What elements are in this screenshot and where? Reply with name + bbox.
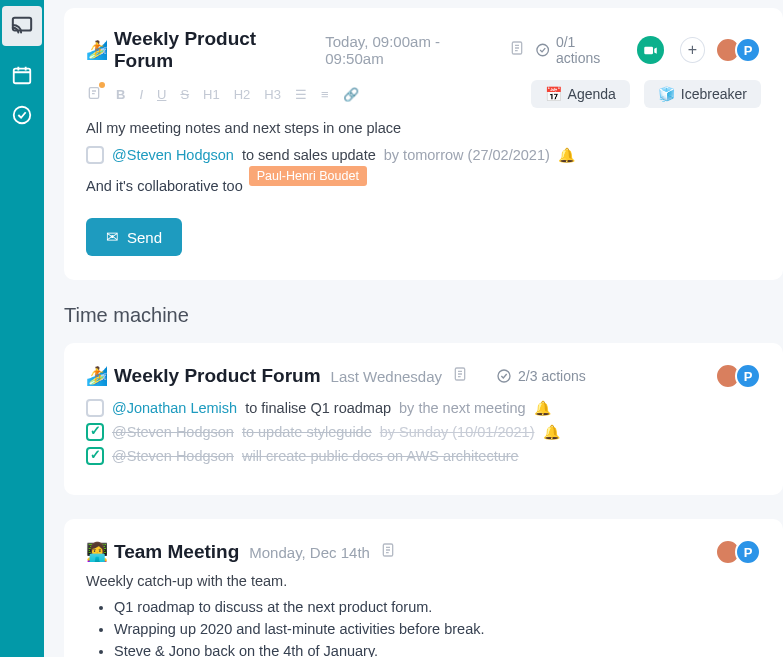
task-row: @Steven Hodgson to update styleguide by … [86,423,761,441]
h1-button[interactable]: H1 [203,87,220,102]
sidebar [0,0,44,657]
task-text: to update styleguide [242,424,372,440]
task-text: to send sales update [242,147,376,163]
actions-count[interactable]: 2/3 actions [496,368,586,384]
list-item: Wrapping up 2020 and last-minute activit… [114,621,761,637]
meeting-bullets: Q1 roadmap to discuss at the next produc… [86,599,761,657]
past-meeting-card: 🏄 Weekly Product Forum Last Wednesday 2/… [64,343,783,495]
ice-icon: 🧊 [658,86,675,102]
collab-cursor-label: Paul-Henri Boudet [249,166,367,186]
numbered-list-button[interactable]: ≡ [321,87,329,102]
doc-icon[interactable] [452,365,468,387]
past-meeting-card: 👩‍💻 Team Meeting Monday, Dec 14th P Week… [64,519,783,657]
mention[interactable]: @Jonathan Lemish [112,400,237,416]
actions-count[interactable]: 0/1 actions [535,34,621,66]
reminder-icon[interactable]: 🔔 [534,400,551,416]
meeting-card-current: 🏄 Weekly Product Forum Today, 09:00am - … [64,8,783,280]
agenda-button[interactable]: 📅 Agenda [531,80,630,108]
collab-text[interactable]: And it's collaborative too Paul-Henri Bo… [86,176,761,196]
meeting-emoji: 🏄 [86,39,108,61]
task-checkbox[interactable] [86,447,104,465]
svg-point-4 [536,44,548,56]
main-content: 🏄 Weekly Product Forum Today, 09:00am - … [44,0,783,657]
task-text: to finalise Q1 roadmap [245,400,391,416]
task-row: @Steven Hodgson to send sales update by … [86,146,761,164]
list-item: Steve & Jono back on the 4th of January. [114,643,761,657]
italic-button[interactable]: I [139,87,143,102]
video-button[interactable] [637,36,664,64]
avatar: P [735,539,761,565]
mention[interactable]: @Steven Hodgson [112,448,234,464]
add-button[interactable]: + [680,37,705,63]
list-item: Q1 roadmap to discuss at the next produc… [114,599,761,615]
attendee-avatars[interactable]: P [721,539,761,565]
mention[interactable]: @Steven Hodgson [112,424,234,440]
meeting-emoji: 🏄 [86,365,108,387]
task-row: @Jonathan Lemish to finalise Q1 roadmap … [86,399,761,417]
meeting-time: Monday, Dec 14th [249,544,370,561]
task-text: will create public docs on AWS architect… [242,448,519,464]
reminder-icon[interactable]: 🔔 [558,147,575,163]
mention[interactable]: @Steven Hodgson [112,147,234,163]
calendar-icon: 📅 [545,86,562,102]
meeting-title: 👩‍💻 Team Meeting [86,541,239,563]
doc-icon[interactable] [509,39,525,61]
svg-rect-1 [14,69,31,84]
avatar: P [735,37,761,63]
mail-icon: ✉ [106,228,119,246]
meeting-intro: Weekly catch-up with the team. [86,573,761,589]
editor-toolbar: B I U S H1 H2 H3 ☰ ≡ 🔗 📅 Agenda 🧊 Icebre… [86,80,761,108]
time-machine-heading: Time machine [64,304,783,327]
task-due: by Sunday (10/01/2021) [380,424,535,440]
meeting-note-text[interactable]: All my meeting notes and next steps in o… [86,120,761,136]
list-button[interactable]: ☰ [295,87,307,102]
meeting-emoji: 👩‍💻 [86,541,108,563]
link-button[interactable]: 🔗 [343,87,359,102]
send-button[interactable]: ✉ Send [86,218,182,256]
task-checkbox[interactable] [86,146,104,164]
pending-nav[interactable] [11,104,33,130]
note-icon[interactable] [86,85,102,104]
avatar: P [735,363,761,389]
attendee-avatars[interactable]: P [721,363,761,389]
reminder-icon[interactable]: 🔔 [543,424,560,440]
task-row: @Steven Hodgson will create public docs … [86,447,761,465]
meeting-time: Today, 09:00am - 09:50am [325,33,498,67]
underline-button[interactable]: U [157,87,166,102]
cast-button[interactable] [2,6,42,46]
task-checkbox[interactable] [86,399,104,417]
meeting-time: Last Wednesday [331,368,442,385]
task-checkbox[interactable] [86,423,104,441]
meeting-title: 🏄 Weekly Product Forum [86,365,321,387]
calendar-nav[interactable] [11,64,33,90]
svg-point-2 [14,107,31,124]
meeting-title: 🏄 Weekly Product Forum [86,28,315,72]
icebreaker-button[interactable]: 🧊 Icebreaker [644,80,761,108]
task-due: by tomorrow (27/02/2021) [384,147,550,163]
h3-button[interactable]: H3 [264,87,281,102]
doc-icon[interactable] [380,541,396,563]
strike-button[interactable]: S [180,87,189,102]
svg-point-7 [498,370,510,382]
bold-button[interactable]: B [116,87,125,102]
task-due: by the next meeting [399,400,526,416]
h2-button[interactable]: H2 [234,87,251,102]
attendee-avatars[interactable]: P [721,37,761,63]
